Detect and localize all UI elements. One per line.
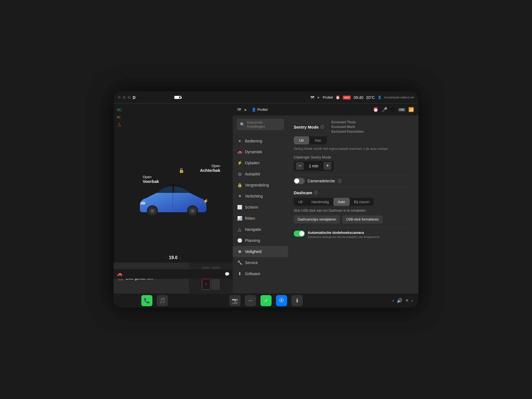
auto-camera-text: Automatische dodehoekscamera Ziicamera w… bbox=[308, 231, 380, 239]
veiligheid-icon: ⊕ bbox=[237, 249, 242, 254]
nav-right-arrow[interactable]: › bbox=[411, 298, 413, 303]
sentry-info-icon[interactable]: i bbox=[320, 125, 324, 129]
profile-button[interactable]: 👤 Profiel bbox=[252, 108, 268, 112]
dashcam-info-icon[interactable]: i bbox=[314, 191, 318, 195]
nav-item-software[interactable]: ⬇ Software bbox=[233, 268, 288, 279]
auto-camera-toggle[interactable] bbox=[294, 231, 305, 237]
camera-detection-row: Cameradetectie i bbox=[294, 178, 413, 184]
nav-item-scherm[interactable]: ⬜ Scherm bbox=[233, 202, 288, 213]
nav-item-verlichting[interactable]: ☀ Verlichting bbox=[233, 191, 288, 202]
dashcam-toggle-group: Uit Handmatig Auto Bij claxon bbox=[294, 198, 374, 206]
top-bar: P R N D 🗺 ➤ Profiel ⏰ SOS 09:40 20°C 👤 P… bbox=[114, 91, 418, 104]
camera-detection-toggle[interactable] bbox=[294, 178, 305, 184]
taskbar-phone-icon[interactable]: 📞 bbox=[141, 295, 152, 306]
nav-item-ritten[interactable]: 📊 Ritten bbox=[233, 213, 288, 224]
dashcam-manual-btn[interactable]: Handmatig bbox=[307, 198, 333, 206]
navigation-arrow-icon: ➤ bbox=[317, 96, 320, 99]
taskbar-check-icon[interactable]: ✓ bbox=[260, 295, 272, 306]
chevron-right-icon: › bbox=[180, 256, 181, 259]
nav-label-vergrendeling: Vergrendeling bbox=[245, 183, 269, 187]
dashcam-auto-btn[interactable]: Auto bbox=[333, 198, 350, 206]
nav-item-opladen[interactable]: ⚡ Opladen bbox=[233, 157, 288, 168]
seat-4 bbox=[211, 279, 220, 290]
settings-top: 🗺 ➤ 👤 Profiel ⏰ 🎤 ⦿ LTE 📶 bbox=[233, 104, 418, 116]
map-icon: 🗺 bbox=[311, 95, 314, 99]
settings-nav-column: 🔍 Doorzoek Instellingen ≡ Bediening 🚗 bbox=[233, 116, 288, 293]
nav-icon-map: 🗺 bbox=[237, 108, 241, 112]
delete-clips-btn[interactable]: Dashcamclips verwijderen bbox=[294, 215, 340, 224]
opladen-icon: ⚡ bbox=[237, 160, 242, 165]
format-usb-btn[interactable]: USB-stick formatteren bbox=[342, 215, 382, 224]
taskbar-more-icon[interactable]: ··· bbox=[245, 295, 256, 306]
nav-left-arrow[interactable]: ‹ bbox=[392, 298, 394, 303]
prnd-display: P R N D bbox=[118, 95, 136, 100]
autopilot-icon: ◎ bbox=[237, 172, 242, 177]
nav-item-dynamiek[interactable]: 🚗 Dynamiek bbox=[233, 146, 288, 157]
nav-item-autopilot[interactable]: ◎ Autopilot bbox=[233, 168, 288, 180]
volume-icon[interactable]: 🔊 bbox=[397, 298, 402, 303]
taskbar-music-icon[interactable]: 🎵 bbox=[157, 295, 168, 306]
bluetooth-icon: ⦿ bbox=[391, 107, 395, 112]
left-bottom-bar: 🚗 💬 bbox=[114, 269, 233, 279]
nav-label-autopilot: Autopilot bbox=[245, 172, 260, 176]
auto-camera-row: Automatische dodehoekscamera Ziicamera w… bbox=[294, 231, 413, 239]
seatbelt-icon-left: ⚠ bbox=[117, 122, 122, 128]
service-icon: 🔧 bbox=[237, 260, 242, 265]
exclusief-werk: Exclusief Werk bbox=[331, 125, 364, 129]
taskbar: 📞 🎵 📷 ··· ✓ ⦿ ℹ ‹ 🔊 ✕ › bbox=[114, 293, 418, 308]
search-input-wrapper[interactable]: 🔍 Doorzoek Instellingen bbox=[237, 119, 284, 130]
stepper-minus-btn[interactable]: − bbox=[296, 162, 304, 170]
nav-label-scherm: Scherm bbox=[245, 205, 258, 209]
chevron-left-icon: ‹ bbox=[166, 256, 167, 259]
edge-icon: ≡⃝ bbox=[117, 115, 122, 119]
sentry-toggle-group: Uit Aan bbox=[294, 136, 327, 144]
nav-item-service[interactable]: 🔧 Service bbox=[233, 257, 288, 268]
nav-item-navigatie[interactable]: △ Navigatie bbox=[233, 224, 288, 235]
sos-badge[interactable]: SOS bbox=[343, 96, 351, 99]
achterbak-pre: Open bbox=[200, 164, 220, 168]
nav-label-service: Service bbox=[245, 260, 258, 265]
divider-2 bbox=[294, 187, 413, 188]
sentry-mode-title: Sentry Mode i Exclusief Thuis Exclusief … bbox=[294, 120, 413, 134]
taskbar-info-icon[interactable]: ℹ bbox=[291, 295, 303, 306]
settings-top-icons: 🗺 ➤ bbox=[237, 108, 247, 112]
sentry-on-btn[interactable]: Aan bbox=[309, 136, 327, 144]
taskbar-bluetooth-icon[interactable]: ⦿ bbox=[276, 295, 287, 306]
search-icon: 🔍 bbox=[240, 122, 245, 127]
exclusief-favorieten: Exclusief Favorieten bbox=[331, 130, 364, 134]
passenger-airbag-label: PASSENGER AIRBAG ON bbox=[384, 96, 414, 99]
stepper-plus-btn[interactable]: + bbox=[324, 162, 331, 170]
right-side-icons: ⏰ 🎤 ⦿ LTE 📶 bbox=[373, 107, 414, 112]
close-icon[interactable]: ✕ bbox=[405, 298, 409, 303]
nav-item-planning[interactable]: 🕐 Planning bbox=[233, 235, 288, 246]
ritten-icon: 📊 bbox=[237, 216, 242, 221]
dynamiek-icon: 🚗 bbox=[237, 149, 242, 154]
exclusief-thuis: Exclusief Thuis bbox=[331, 120, 364, 124]
sentry-off-btn[interactable]: Uit bbox=[294, 136, 309, 144]
temp-display: 20°C bbox=[366, 95, 375, 100]
clip-length-stepper: − 1 min + bbox=[294, 161, 334, 171]
profile-label-top[interactable]: Profiel bbox=[323, 95, 333, 99]
clip-length-section: Cliplengte Sentry Mode − 1 min + bbox=[294, 155, 413, 171]
action-btns: Dashcamclips verwijderen USB-stick forma… bbox=[294, 215, 413, 224]
lte-badge: LTE bbox=[398, 108, 405, 111]
car-container: Open Voorbak 🔓 Open Achterbak bbox=[125, 112, 233, 265]
sentry-mode-label: Sentry Mode bbox=[294, 125, 319, 129]
label-voorbak: Open Voorbak bbox=[143, 175, 159, 184]
planning-icon: 🕐 bbox=[237, 238, 242, 243]
dashcam-section: Dashcam i Uit Handmatig Auto Bij claxon … bbox=[294, 190, 413, 224]
km-display bbox=[173, 96, 181, 99]
nav-item-veiligheid[interactable]: ⊕ Veiligheid bbox=[233, 246, 288, 257]
camera-detection-info-icon[interactable]: i bbox=[338, 179, 342, 183]
nav-item-vergrendeling[interactable]: 🔒 Vergrendeling bbox=[233, 180, 288, 191]
sentry-note: Sentry Mode wordt niet ingeschakeld wann… bbox=[294, 147, 413, 151]
dashcam-claxon-btn[interactable]: Bij claxon bbox=[350, 198, 374, 206]
seat-3-alert: ⚠ bbox=[202, 279, 210, 290]
speech-bubble-icon: 💬 bbox=[225, 272, 229, 276]
car-bottom-icon: 🚗 bbox=[117, 271, 122, 277]
settings-body: 🔍 Doorzoek Instellingen ≡ Bediening 🚗 bbox=[233, 116, 418, 293]
nav-item-bediening[interactable]: ≡ Bediening bbox=[233, 135, 288, 146]
time-display: 09:40 bbox=[354, 95, 363, 100]
taskbar-camera-icon[interactable]: 📷 bbox=[229, 295, 241, 306]
dashcam-off-btn[interactable]: Uit bbox=[294, 198, 307, 206]
